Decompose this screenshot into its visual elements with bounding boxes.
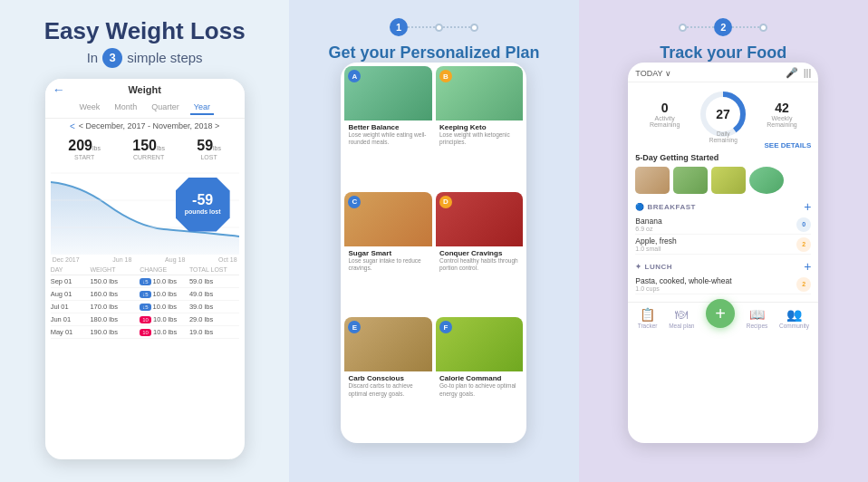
stat-current: 150lbs CURRENT [132,138,165,160]
date-range: < December, 2017 - November, 2018 > [79,121,220,130]
breakfast-section: 🔵 BREAKFAST + Banana 6.9 oz 0 Apple, fre… [628,197,818,256]
meal-title-6: Calorie Command [439,374,520,382]
tracker-phone: TODAY ∨ 🎤 ||| 0 ActivityRemaining 27 [628,63,818,443]
stat-current-label: CURRENT [132,154,165,160]
panel-right: 2 Track your Food TODAY ∨ 🎤 ||| 0 Activi… [579,0,868,482]
lunch-header: ✦ LUNCH + [635,258,811,275]
cal-badge-pasta: 2 [796,277,811,292]
weekly-stat: 42 WeeklyRemaining [753,101,812,128]
table-header: DAY WEIGHT CHANGE TOTAL LOST [51,265,239,275]
subtitle-pre: In [87,50,99,65]
lunch-add-button[interactable]: + [804,260,811,273]
phone-top-bar: ← Weight [45,79,245,98]
table-row: Aug 01 160.0 lbs ↓5 10.0 lbs 49.0 lbs [51,288,239,301]
barcode-icon[interactable]: ||| [804,67,812,79]
tab-month[interactable]: Month [111,101,140,115]
meal-card-better-balance[interactable]: A Better Balance Lose weight while eatin… [344,66,432,148]
tracker-icons: 🎤 ||| [786,67,812,79]
food-info-apple: Apple, fresh 1.0 small [635,236,676,252]
breakfast-label: 🔵 BREAKFAST [635,203,696,211]
lost-badge: -59 pounds lost [176,178,230,232]
svg-text:27: 27 [717,107,731,121]
meal-card-carb-conscious[interactable]: E Carb Conscious Discard carbs to achiev… [344,317,432,399]
tracker-icon: 📋 [640,307,655,322]
weight-phone: ← Weight Week Month Quarter Year < < Dec… [45,79,245,459]
community-icon: 👥 [786,307,802,322]
today-label: TODAY [635,69,662,78]
food-item-apple: Apple, fresh 1.0 small 2 [635,235,811,255]
food-info-banana: Banana 6.9 oz [635,217,661,232]
step-badge: 3 [102,48,122,68]
meal-card-body-6: Calorie Command Go-to plan to achieve op… [436,371,524,399]
food-detail-pasta: 1.0 cups [635,285,731,292]
meal-grid: A Better Balance Lose weight while eatin… [341,63,526,443]
meal-desc-4: Control healthy habits through portion c… [439,257,520,273]
today-button[interactable]: TODAY ∨ [635,69,670,78]
date-nav: < < December, 2017 - November, 2018 > [45,119,245,134]
stat-start-label: START [68,154,101,160]
step-dots-middle: 1 [390,18,478,36]
meal-thumb-4[interactable] [749,167,784,194]
cal-badge-banana: 0 [796,217,811,232]
meal-card-body-5: Carb Conscious Discard carbs to achieve … [344,371,432,399]
nav-recipes[interactable]: 📖 Recipes [747,307,767,329]
food-name-pasta: Pasta, cooked, whole-wheat [635,276,731,285]
meal-plan-strip [628,164,818,197]
meal-desc-2: Lose weight with ketogenic principles. [439,131,520,147]
main-title: Easy Weight Loss [44,18,246,44]
nav-meal-plan[interactable]: 🍽 Meal plan [669,307,694,329]
step-dot-r3 [759,24,767,32]
step-line [408,26,435,28]
weight-table: DAY WEIGHT CHANGE TOTAL LOST Sep 01 150.… [45,265,245,459]
macro-section: 0 ActivityRemaining 27 DailyRemaining 42… [628,82,818,141]
table-row: Sep 01 150.0 lbs ↓5 10.0 lbs 59.0 lbs [51,275,239,288]
lost-label: pounds lost [185,208,221,216]
cal-badge-apple: 2 [796,237,811,252]
mic-icon[interactable]: 🎤 [786,67,798,79]
meal-card-body-1: Better Balance Lose weight while eating … [344,120,432,148]
meal-title-2: Keeping Keto [439,123,520,131]
meal-card-body-2: Keeping Keto Lose weight with ketogenic … [436,120,524,148]
five-day-label: 5-Day Getting Started [628,151,818,164]
meal-thumb-2[interactable] [673,167,708,194]
tab-week[interactable]: Week [75,101,103,115]
table-row: May 01 190.0 lbs 10 10.0 lbs 19.0 lbs [51,326,239,339]
meal-thumb-1[interactable] [635,167,670,194]
step-dot-r2: 2 [714,18,732,36]
step-dot-3 [470,24,478,32]
step-dots-right: 2 [679,18,767,36]
weight-stats: 209lbs START 150lbs CURRENT 59lbs LOST [45,134,245,164]
food-info-pasta: Pasta, cooked, whole-wheat 1.0 cups [635,276,731,292]
meal-card-conquer-cravings[interactable]: D Conquer Cravings Control healthy habit… [436,192,524,274]
nav-tracker[interactable]: 📋 Tracker [638,307,658,329]
tab-year[interactable]: Year [190,101,214,115]
meal-title-3: Sugar Smart [348,249,429,257]
panel-middle: 1 Get your Personalized Plan A Better Ba… [289,0,578,482]
weight-chart: -59 pounds lost [51,164,239,255]
meal-card-keeping-keto[interactable]: B Keeping Keto Lose weight with ketogeni… [436,66,524,148]
meal-card-calorie-command[interactable]: F Calorie Command Go-to plan to achieve … [436,317,524,399]
tab-quarter[interactable]: Quarter [148,101,183,115]
meal-thumb-3[interactable] [711,167,746,194]
panel-left: Easy Weight Loss In 3 simple steps ← Wei… [0,0,289,482]
breakfast-add-button[interactable]: + [804,200,811,213]
chart-labels: Dec 2017 Jun 18 Aug 18 Oct 18 [45,255,245,265]
meal-card-sugar-smart[interactable]: C Sugar Smart Lose sugar intake to reduc… [344,192,432,274]
dropdown-arrow: ∨ [665,69,671,78]
lunch-label: ✦ LUNCH [635,263,672,271]
table-row: Jun 01 180.0 lbs 10 10.0 lbs 29.0 lbs [51,313,239,326]
meal-badge-d: D [439,196,452,208]
prev-arrow[interactable]: < [70,121,75,131]
meal-title-1: Better Balance [348,123,429,131]
stat-current-num: 150 [132,138,157,153]
back-arrow[interactable]: ← [53,82,65,97]
breakfast-header: 🔵 BREAKFAST + [635,198,811,215]
nav-add-button[interactable]: + [706,299,735,328]
activity-stat: 0 ActivityRemaining [635,101,694,128]
donut-label: DailyRemaining [709,130,738,143]
right-title: Track your Food [660,43,786,63]
meal-badge-b: B [439,70,452,82]
table-row: Jul 01 170.0 lbs ↓5 10.0 lbs 39.0 lbs [51,301,239,313]
nav-community[interactable]: 👥 Community [779,307,809,329]
meal-desc-5: Discard carbs to achieve optimal energy … [348,382,429,398]
